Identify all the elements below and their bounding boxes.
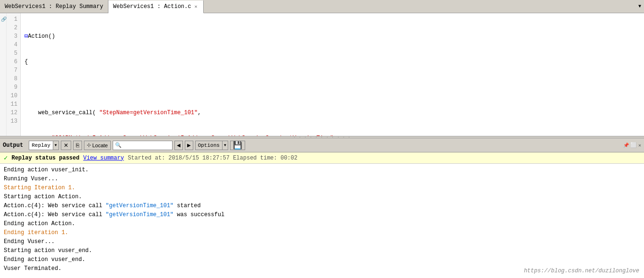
tab-action-c[interactable]: WebServices1 : Action.c ✕ (108, 0, 204, 13)
tab-replay-summary[interactable]: WebServices1 : Replay Summary (0, 0, 108, 13)
log-area: Ending action vuser_init. Running Vuser.… (0, 164, 644, 278)
log-line-ending-vuser-end: Ending action vuser_end. (4, 255, 640, 264)
output-close-button[interactable]: ✕ (638, 143, 641, 148)
tab-bar-scroll-arrow[interactable]: ▼ (636, 0, 644, 13)
output-panel-title: Output (3, 142, 23, 149)
next-result-button[interactable]: ▶ (185, 141, 193, 150)
log-line-ending-vuser-init: Ending action vuser_init. (4, 166, 640, 175)
log-line-ending-vuser: Ending Vuser... (4, 237, 640, 246)
status-time-text: Started at: 2018/5/15 18:27:57 Elapsed t… (128, 155, 297, 161)
tab-bar-spacer (204, 0, 636, 13)
status-bar: ✓ Replay status passed View summary Star… (0, 152, 644, 164)
code-line-2: { (25, 58, 640, 66)
log-line-running-vuser: Running Vuser... (4, 175, 640, 184)
locate-icon: ⊹ (87, 142, 91, 148)
pin-icon[interactable]: 📌 (623, 143, 629, 148)
code-line-3 (25, 83, 640, 92)
log-line-starting-iteration: Starting Iteration 1. (4, 184, 640, 193)
code-line-1: ⊟Action() (25, 32, 640, 41)
view-summary-link[interactable]: View summary (83, 155, 124, 161)
webservice-success-link[interactable]: "getVersionTime_101" (106, 211, 173, 218)
search-input[interactable] (123, 143, 170, 148)
editor-gutter: 🔗 (0, 13, 7, 136)
output-panel: Output Replay ▼ ✕ ⎘ ⊹ Locate 🔍 ◀ ▶ Optio… (0, 138, 644, 278)
tab-replay-summary-label: WebServices1 : Replay Summary (5, 3, 103, 10)
log-line-starting-vuser-end: Starting action vuser_end. (4, 246, 640, 255)
code-editor[interactable]: ⊟Action() { web_service_call( "StepName=… (21, 13, 644, 136)
log-line-vuser-terminated: Vuser Terminated. (4, 264, 640, 273)
tab-action-c-label: WebServices1 : Action.c (113, 3, 191, 10)
maximize-button[interactable]: ⬜ (630, 142, 637, 148)
status-passed-text: Replay status passed (11, 155, 79, 161)
log-line-starting-action: Starting action Action. (4, 193, 640, 202)
locate-button[interactable]: ⊹ Locate (84, 141, 111, 150)
status-check-icon: ✓ (4, 154, 8, 162)
locate-label: Locate (92, 143, 108, 148)
copy-button[interactable]: ⎘ (73, 141, 82, 150)
editor-area: 🔗 1 2 3 4 5 6 7 8 9 10 11 12 13 ⊟Action(… (0, 13, 644, 136)
line-numbers: 1 2 3 4 5 6 7 8 9 10 11 12 13 (7, 13, 21, 136)
search-icon: 🔍 (115, 142, 122, 148)
clear-button[interactable]: ✕ (61, 141, 71, 150)
options-dropdown[interactable]: Options ▼ (195, 141, 228, 150)
output-toolbar: Output Replay ▼ ✕ ⎘ ⊹ Locate 🔍 ◀ ▶ Optio… (0, 138, 644, 152)
code-line-4: web_service_call( "StepName=getVersionTi… (25, 109, 640, 117)
options-arrow-icon: ▼ (222, 141, 228, 150)
replay-dropdown[interactable]: Replay ▼ (29, 141, 58, 150)
replay-dropdown-arrow-icon[interactable]: ▼ (53, 141, 58, 150)
tab-bar: WebServices1 : Replay Summary WebService… (0, 0, 644, 13)
log-line-webservice-success: Action.c(4): Web service call "getVersio… (4, 211, 640, 219)
log-line-ending-action: Ending action Action. (4, 219, 640, 228)
options-label: Options (196, 143, 222, 148)
prev-result-button[interactable]: ◀ (174, 141, 183, 150)
log-line-ending-iteration: Ending iteration 1. (4, 228, 640, 237)
save-button[interactable]: 💾 (230, 141, 245, 150)
search-box: 🔍 (113, 141, 173, 150)
webservice-started-link[interactable]: "getVersionTime_101" (106, 202, 173, 209)
output-window-controls: 📌 ⬜ ✕ (623, 142, 641, 148)
replay-dropdown-label: Replay (29, 143, 53, 148)
tab-action-c-close[interactable]: ✕ (193, 3, 198, 10)
log-line-webservice-started: Action.c(4): Web service call "getVersio… (4, 202, 640, 211)
